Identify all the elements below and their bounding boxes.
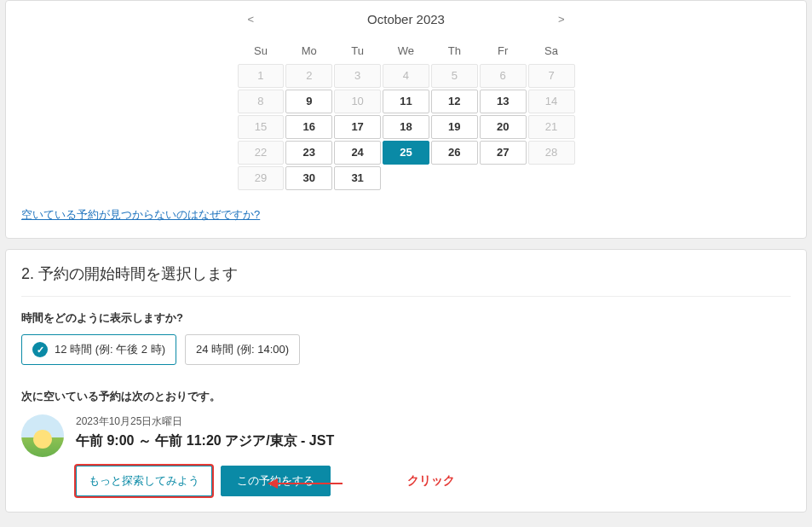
calendar-dow: Fr	[480, 39, 527, 62]
calendar-wrap: < October 2023 > SuMoTuWeThFrSa 12345678…	[21, 1, 791, 192]
annotation-label: クリック	[407, 473, 455, 489]
calendar-day[interactable]: 24	[334, 141, 381, 165]
calendar-day: 6	[480, 64, 527, 88]
time-format-24h-label: 24 時間 (例: 14:00)	[196, 342, 289, 357]
time-format-12h-button[interactable]: ✓ 12 時間 (例: 午後 2 時)	[21, 334, 176, 365]
calendar-day: 28	[528, 141, 575, 165]
calendar-day[interactable]: 13	[480, 90, 527, 113]
calendar-week: 293031	[238, 166, 575, 190]
calendar-week: 891011121314	[238, 90, 575, 113]
calendar-title: October 2023	[367, 12, 445, 26]
calendar-dow: Mo	[285, 39, 332, 62]
calendar-week: 22232425262728	[238, 141, 575, 165]
calendar-dow: Su	[238, 39, 285, 62]
calendar-day[interactable]: 9	[285, 90, 332, 113]
slot-time: 午前 9:00 ～ 午前 11:20 アジア/東京 - JST	[76, 432, 791, 450]
calendar-day[interactable]: 16	[285, 115, 332, 139]
calendar-day: 10	[334, 90, 381, 113]
check-icon: ✓	[32, 342, 48, 357]
explore-more-button[interactable]: もっと探索してみよう	[76, 466, 212, 496]
calendar: < October 2023 > SuMoTuWeThFrSa 12345678…	[236, 1, 577, 192]
calendar-day[interactable]: 17	[334, 115, 381, 139]
appointment-slot: 2023年10月25日水曜日 午前 9:00 ～ 午前 11:20 アジア/東京…	[21, 414, 791, 496]
calendar-day: 21	[528, 115, 575, 139]
arrow-icon	[268, 475, 344, 492]
time-format-options: ✓ 12 時間 (例: 午後 2 時) 24 時間 (例: 14:00)	[21, 334, 791, 365]
slot-actions: もっと探索してみよう この予約をする クリック	[76, 466, 791, 496]
calendar-week: 1234567	[238, 64, 575, 88]
calendar-day: 8	[238, 90, 285, 113]
time-format-24h-button[interactable]: 24 時間 (例: 14:00)	[185, 334, 300, 365]
next-available-label: 次に空いている予約は次のとおりです。	[21, 389, 791, 404]
time-selection-panel: 2. 予約の開始時間を選択します 時間をどのように表示しますか? ✓ 12 時間…	[5, 249, 807, 513]
calendar-day: 15	[238, 115, 285, 139]
calendar-prev-button[interactable]: <	[241, 9, 262, 29]
svg-marker-1	[268, 478, 278, 489]
calendar-header: < October 2023 >	[236, 1, 577, 38]
annotation: クリック	[339, 473, 455, 489]
calendar-day[interactable]: 23	[285, 141, 332, 165]
calendar-dow: Th	[431, 39, 478, 62]
calendar-grid: SuMoTuWeThFrSa 1234567891011121314151617…	[236, 38, 577, 192]
provider-avatar	[21, 414, 64, 457]
time-format-question: 時間をどのように表示しますか?	[21, 310, 791, 326]
calendar-day[interactable]: 19	[431, 115, 478, 139]
section-title: 2. 予約の開始時間を選択します	[21, 250, 791, 297]
calendar-day[interactable]: 12	[431, 90, 478, 113]
calendar-panel: < October 2023 > SuMoTuWeThFrSa 12345678…	[5, 0, 807, 239]
no-availability-help-link[interactable]: 空いている予約が見つからないのはなぜですか?	[21, 207, 260, 223]
calendar-day[interactable]: 30	[285, 166, 332, 190]
calendar-day: 4	[383, 64, 429, 88]
calendar-day: 1	[238, 64, 285, 88]
time-format-12h-label: 12 時間 (例: 午後 2 時)	[55, 342, 165, 357]
calendar-day: 29	[238, 166, 285, 190]
calendar-day: 5	[431, 64, 478, 88]
calendar-day: 3	[334, 64, 381, 88]
calendar-day: 2	[285, 64, 332, 88]
calendar-day[interactable]: 31	[334, 166, 381, 190]
calendar-day[interactable]: 25	[383, 141, 429, 165]
calendar-dow: Sa	[528, 39, 575, 62]
calendar-day[interactable]: 20	[480, 115, 527, 139]
calendar-week: 15161718192021	[238, 115, 575, 139]
calendar-day[interactable]: 18	[383, 115, 429, 139]
calendar-next-button[interactable]: >	[551, 9, 572, 29]
slot-date: 2023年10月25日水曜日	[76, 414, 791, 429]
calendar-day[interactable]: 26	[431, 141, 478, 165]
calendar-dow: We	[383, 39, 429, 62]
calendar-day[interactable]: 11	[383, 90, 429, 113]
calendar-day: 22	[238, 141, 285, 165]
calendar-day: 7	[528, 64, 575, 88]
slot-body: 2023年10月25日水曜日 午前 9:00 ～ 午前 11:20 アジア/東京…	[76, 414, 791, 496]
calendar-dow: Tu	[334, 39, 381, 62]
calendar-day[interactable]: 27	[480, 141, 527, 165]
calendar-body: 1234567891011121314151617181920212223242…	[238, 64, 575, 190]
calendar-dow-row: SuMoTuWeThFrSa	[238, 39, 575, 62]
calendar-day: 14	[528, 90, 575, 113]
